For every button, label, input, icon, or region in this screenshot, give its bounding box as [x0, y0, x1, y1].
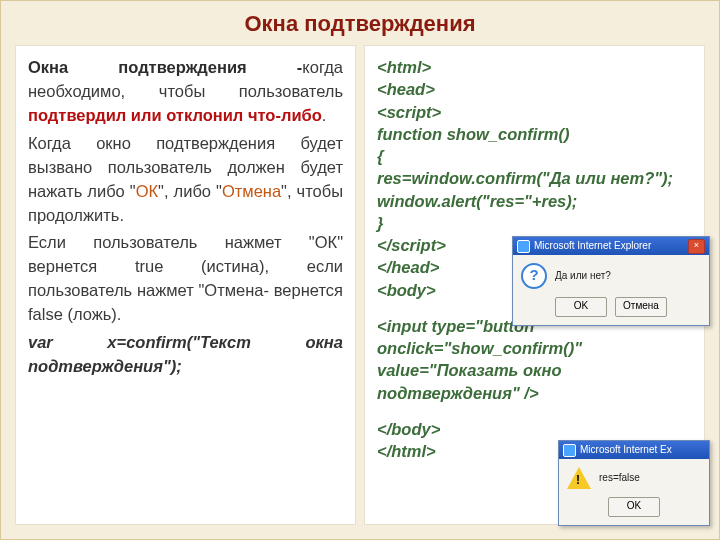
- code-line: <script>: [377, 101, 692, 123]
- p1-lead: Окна подтверждения -: [28, 58, 302, 76]
- dialog-title: Microsoft Internet Ex: [580, 441, 672, 459]
- code-blank: [377, 404, 692, 418]
- description-column: Окна подтверждения -когда необходимо, чт…: [15, 45, 356, 525]
- dialog-buttons: OK Отмена: [513, 293, 709, 325]
- slide-title: Окна подтверждения: [15, 11, 705, 37]
- dialog-alert: Microsoft Internet Ex res=false OK: [558, 440, 710, 526]
- dialog-title: Microsoft Internet Explorer: [534, 237, 651, 255]
- dialog-buttons: OK: [559, 493, 709, 525]
- paragraph-1: Окна подтверждения -когда необходимо, чт…: [28, 56, 343, 128]
- code-line: <head>: [377, 78, 692, 100]
- p1-end: .: [322, 106, 327, 124]
- ok-button[interactable]: OK: [555, 297, 607, 317]
- dialog-body: ? Да или нет?: [513, 255, 709, 293]
- code-line: res=window.confirm("Да или нет?");: [377, 167, 692, 189]
- syntax-line: var x=confirm("Текст окна подтверждения"…: [28, 331, 343, 379]
- slide: Окна подтверждения Окна подтверждения -к…: [0, 0, 720, 540]
- p2-cancel: Отмена: [222, 182, 281, 200]
- p1-red: подтвердил или отклонил что-либо: [28, 106, 322, 124]
- code-line: window.alert("res="+res);: [377, 190, 692, 212]
- code-line: {: [377, 145, 692, 167]
- question-icon: ?: [521, 263, 547, 289]
- code-line: function show_confirm(): [377, 123, 692, 145]
- dialog-body: res=false: [559, 459, 709, 493]
- code-line: <input type="button" onclick="show_confi…: [377, 315, 692, 404]
- code-line: }: [377, 212, 692, 234]
- code-column: <html> <head> <script> function show_con…: [364, 45, 705, 525]
- dialog-message: res=false: [599, 471, 640, 485]
- p2b: ", либо ": [158, 182, 222, 200]
- ie-icon: [563, 444, 576, 457]
- ok-button[interactable]: OK: [608, 497, 660, 517]
- cancel-button[interactable]: Отмена: [615, 297, 667, 317]
- warning-icon: [567, 467, 591, 489]
- code-line: <html>: [377, 56, 692, 78]
- dialog-titlebar: Microsoft Internet Explorer ×: [513, 237, 709, 255]
- paragraph-2: Когда окно подтверждения будет вызвано п…: [28, 132, 343, 228]
- dialog-message: Да или нет?: [555, 269, 611, 283]
- paragraph-3: Если пользователь нажмет "ОК" вернется t…: [28, 231, 343, 327]
- close-icon[interactable]: ×: [688, 239, 705, 254]
- code-line: </body>: [377, 418, 692, 440]
- dialog-confirm: Microsoft Internet Explorer × ? Да или н…: [512, 236, 710, 326]
- columns: Окна подтверждения -когда необходимо, чт…: [15, 45, 705, 525]
- ie-icon: [517, 240, 530, 253]
- dialog-titlebar: Microsoft Internet Ex: [559, 441, 709, 459]
- p2-ok: ОК: [136, 182, 158, 200]
